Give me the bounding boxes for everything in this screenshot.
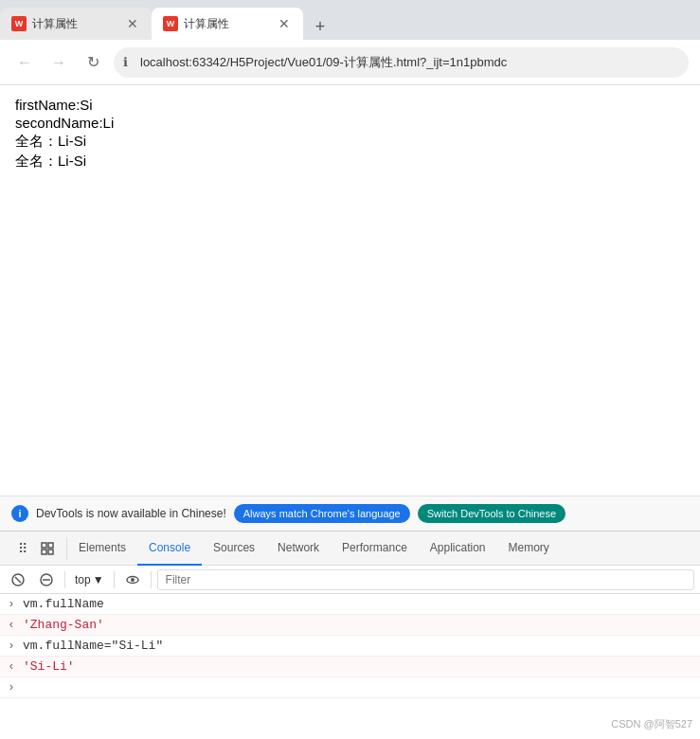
eye-icon xyxy=(126,573,139,586)
tab-1-icon: W xyxy=(11,16,27,31)
filter-input[interactable] xyxy=(157,569,694,590)
arrow-left-1[interactable]: ‹ xyxy=(8,618,23,632)
forward-icon: → xyxy=(51,54,66,71)
tab-network[interactable]: Network xyxy=(266,532,331,566)
new-tab-button[interactable]: + xyxy=(307,13,333,40)
back-button[interactable]: ← xyxy=(11,49,38,76)
svg-rect-1 xyxy=(48,543,53,548)
console-toolbar: top ▼ xyxy=(0,566,700,594)
page-content: firstName:Si secondName:Li 全名：Li-Si 全名：L… xyxy=(0,85,700,496)
tab-application[interactable]: Application xyxy=(419,532,497,566)
top-label: top xyxy=(75,573,91,586)
arrow-right-2[interactable]: › xyxy=(8,639,23,653)
arrow-right-1[interactable]: › xyxy=(8,597,23,611)
block-button[interactable] xyxy=(34,568,59,591)
devtools-panel: ⠿ Elements Console Sources xyxy=(0,531,700,739)
svg-rect-3 xyxy=(48,550,53,554)
context-dropdown[interactable]: top ▼ xyxy=(71,573,108,586)
url-wrapper: ℹ xyxy=(114,47,689,78)
tab-sources[interactable]: Sources xyxy=(202,532,266,566)
console-text-3: vm.fullName="Si-Li" xyxy=(23,639,692,653)
tab-2-icon: W xyxy=(163,16,178,31)
svg-rect-0 xyxy=(42,543,46,548)
console-line-3: › vm.fullName="Si-Li" xyxy=(0,636,700,657)
console-line-1: › vm.fullName xyxy=(0,594,700,615)
watermark: CSDN @阿智527 xyxy=(611,717,692,731)
refresh-button[interactable]: ↻ xyxy=(80,49,106,76)
block-icon xyxy=(40,573,53,586)
tab-bar: W 计算属性 ✕ W 计算属性 ✕ + xyxy=(0,0,700,40)
fullname-text-1: 全名：Li-Si xyxy=(15,133,86,149)
arrow-left-2[interactable]: ‹ xyxy=(8,659,23,674)
console-text-1: vm.fullName xyxy=(23,597,692,611)
devtools-notification-bar: i DevTools is now available in Chinese! … xyxy=(0,496,700,531)
url-input[interactable] xyxy=(114,47,689,78)
security-icon: ℹ xyxy=(123,55,128,69)
browser-frame: W 计算属性 ✕ W 计算属性 ✕ + ← → ↻ ℹ firstName:Si xyxy=(0,0,700,739)
tab-1[interactable]: W 计算属性 ✕ xyxy=(0,8,152,40)
console-text-2: 'Zhang-San' xyxy=(23,618,692,632)
console-line-2: ‹ 'Zhang-San' xyxy=(0,615,700,636)
devtools-inspect-icon[interactable] xyxy=(36,537,59,560)
eye-button[interactable] xyxy=(120,568,145,591)
toolbar-divider-2 xyxy=(114,571,115,588)
tab-2[interactable]: W 计算属性 ✕ xyxy=(152,8,303,40)
tab-2-label: 计算属性 xyxy=(184,16,271,32)
svg-rect-2 xyxy=(42,550,46,554)
tab-console[interactable]: Console xyxy=(137,532,202,566)
back-icon: ← xyxy=(17,54,32,71)
match-language-button[interactable]: Always match Chrome's language xyxy=(234,504,410,523)
arrow-right-3[interactable]: › xyxy=(8,680,23,694)
console-line-4: ‹ 'Si-Li' xyxy=(0,657,700,677)
secondname-text: secondName:Li xyxy=(15,115,114,131)
notification-message: DevTools is now available in Chinese! xyxy=(36,507,226,520)
page-line-2: secondName:Li xyxy=(15,115,685,131)
tab-memory[interactable]: Memory xyxy=(497,532,561,566)
svg-point-9 xyxy=(131,578,135,582)
forward-button[interactable]: → xyxy=(45,49,72,76)
toolbar-divider-3 xyxy=(151,571,152,588)
devtools-tab-bar: ⠿ Elements Console Sources xyxy=(0,532,700,566)
switch-chinese-button[interactable]: Switch DevTools to Chinese xyxy=(418,504,565,523)
console-line-5[interactable]: › xyxy=(0,677,700,698)
console-output: › vm.fullName ‹ 'Zhang-San' › vm.fullNam… xyxy=(0,594,700,739)
page-line-3: 全名：Li-Si xyxy=(15,133,685,151)
dropdown-arrow-icon: ▼ xyxy=(93,573,104,586)
tab-elements[interactable]: Elements xyxy=(67,532,137,566)
page-line-4: 全名：Li-Si xyxy=(15,153,685,171)
fullname-text-2: 全名：Li-Si xyxy=(15,153,86,169)
firstname-text: firstName:Si xyxy=(15,97,93,113)
svg-line-5 xyxy=(15,577,21,583)
tab-1-label: 计算属性 xyxy=(32,16,119,32)
notification-icon: i xyxy=(11,505,28,522)
page-line-1: firstName:Si xyxy=(15,97,685,113)
tab-1-close[interactable]: ✕ xyxy=(125,16,140,31)
devtools-icon-group: ⠿ xyxy=(4,537,67,560)
devtools-menu-icon[interactable]: ⠿ xyxy=(11,537,34,560)
tab-performance[interactable]: Performance xyxy=(331,532,419,566)
address-bar: ← → ↻ ℹ xyxy=(0,40,700,85)
toolbar-divider xyxy=(64,571,65,588)
refresh-icon: ↻ xyxy=(87,53,99,71)
console-text-4: 'Si-Li' xyxy=(23,659,692,674)
clear-icon xyxy=(11,573,25,586)
clear-console-button[interactable] xyxy=(6,568,30,591)
tab-2-close[interactable]: ✕ xyxy=(277,16,292,31)
